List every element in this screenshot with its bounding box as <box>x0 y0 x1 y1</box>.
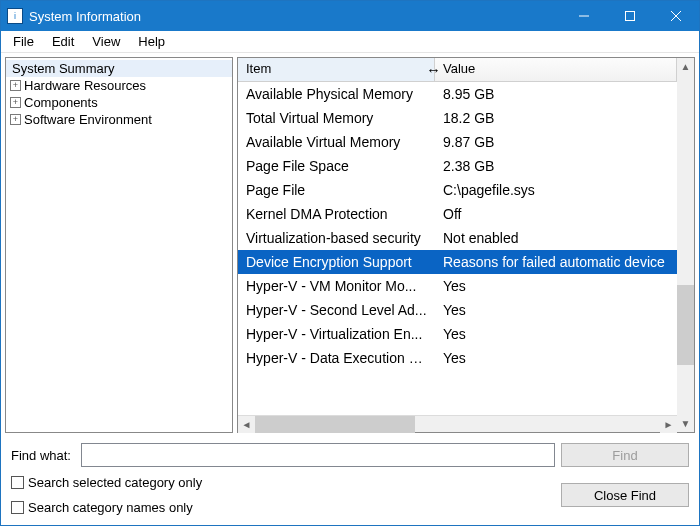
app-icon: i <box>7 8 23 24</box>
category-tree[interactable]: System Summary +Hardware Resources+Compo… <box>5 57 233 433</box>
search-selected-category-checkbox[interactable]: Search selected category only <box>11 475 549 490</box>
list-row[interactable]: Page FileC:\pagefile.sys <box>238 178 677 202</box>
cell-value: 8.95 GB <box>435 86 677 102</box>
cell-value: Off <box>435 206 677 222</box>
cell-item: Page File Space <box>238 158 435 174</box>
vertical-scrollbar[interactable]: ▲ ▼ <box>677 58 694 432</box>
tree-node[interactable]: +Software Environment <box>6 111 232 128</box>
cell-value: Not enabled <box>435 230 677 246</box>
maximize-button[interactable] <box>607 1 653 31</box>
cell-value: 9.87 GB <box>435 134 677 150</box>
cell-item: Available Physical Memory <box>238 86 435 102</box>
list-row[interactable]: Page File Space2.38 GB <box>238 154 677 178</box>
tree-node-label: Hardware Resources <box>24 78 146 93</box>
close-button[interactable] <box>653 1 699 31</box>
tree-node[interactable]: +Components <box>6 94 232 111</box>
details-pane: Item Value ↔ Available Physical Memory8.… <box>237 57 695 433</box>
expand-icon[interactable]: + <box>10 114 21 125</box>
cell-item: Available Virtual Memory <box>238 134 435 150</box>
cell-value: Yes <box>435 278 677 294</box>
rows-container: Available Physical Memory8.95 GBTotal Vi… <box>238 82 677 415</box>
hscroll-track[interactable] <box>255 416 660 433</box>
cell-value: Reasons for failed automatic device <box>435 254 677 270</box>
tree-root-system-summary[interactable]: System Summary <box>6 60 232 77</box>
checkbox-label: Search selected category only <box>28 475 202 490</box>
vscroll-track[interactable] <box>677 75 694 415</box>
expand-icon[interactable]: + <box>10 97 21 108</box>
column-header-item[interactable]: Item <box>238 58 435 82</box>
cell-value: 2.38 GB <box>435 158 677 174</box>
titlebar[interactable]: i System Information <box>1 1 699 31</box>
cell-item: Virtualization-based security <box>238 230 435 246</box>
cell-value: Yes <box>435 350 677 366</box>
list-row[interactable]: Hyper-V - Virtualization En...Yes <box>238 322 677 346</box>
content-area: System Summary +Hardware Resources+Compo… <box>1 53 699 437</box>
list-row[interactable]: Available Physical Memory8.95 GB <box>238 82 677 106</box>
cell-item: Hyper-V - Second Level Ad... <box>238 302 435 318</box>
list-row[interactable]: Hyper-V - Second Level Ad...Yes <box>238 298 677 322</box>
column-header-value[interactable]: Value <box>435 58 677 82</box>
details-list: Item Value ↔ Available Physical Memory8.… <box>238 58 677 432</box>
cell-value: Yes <box>435 302 677 318</box>
horizontal-scrollbar[interactable]: ◄ ► <box>238 415 677 432</box>
cell-item: Kernel DMA Protection <box>238 206 435 222</box>
cell-item: Device Encryption Support <box>238 254 435 270</box>
cell-item: Hyper-V - Virtualization En... <box>238 326 435 342</box>
find-label: Find what: <box>11 448 75 463</box>
tree-node-label: Components <box>24 95 98 110</box>
list-row[interactable]: Hyper-V - Data Execution P...Yes <box>238 346 677 370</box>
close-find-button[interactable]: Close Find <box>561 483 689 507</box>
vscroll-thumb[interactable] <box>677 285 694 365</box>
menu-view[interactable]: View <box>84 32 128 51</box>
menubar: File Edit View Help <box>1 31 699 53</box>
list-row[interactable]: Hyper-V - VM Monitor Mo...Yes <box>238 274 677 298</box>
list-row[interactable]: Kernel DMA ProtectionOff <box>238 202 677 226</box>
list-row[interactable]: Total Virtual Memory18.2 GB <box>238 106 677 130</box>
cell-value: 18.2 GB <box>435 110 677 126</box>
app-window: i System Information File Edit View Help… <box>0 0 700 526</box>
cell-item: Total Virtual Memory <box>238 110 435 126</box>
cell-item: Page File <box>238 182 435 198</box>
column-headers: Item Value ↔ <box>238 58 677 82</box>
list-row[interactable]: Virtualization-based securityNot enabled <box>238 226 677 250</box>
cell-item: Hyper-V - Data Execution P... <box>238 350 435 366</box>
list-row[interactable]: Device Encryption SupportReasons for fai… <box>238 250 677 274</box>
hscroll-thumb[interactable] <box>255 416 415 433</box>
cell-value: Yes <box>435 326 677 342</box>
minimize-button[interactable] <box>561 1 607 31</box>
expand-icon[interactable]: + <box>10 80 21 91</box>
list-row[interactable]: Available Virtual Memory9.87 GB <box>238 130 677 154</box>
menu-file[interactable]: File <box>5 32 42 51</box>
checkbox-icon <box>11 476 24 489</box>
checkbox-label: Search category names only <box>28 500 193 515</box>
tree-node[interactable]: +Hardware Resources <box>6 77 232 94</box>
scroll-right-button[interactable]: ► <box>660 416 677 433</box>
scroll-left-button[interactable]: ◄ <box>238 416 255 433</box>
scroll-down-button[interactable]: ▼ <box>677 415 694 432</box>
find-input[interactable] <box>81 443 555 467</box>
menu-help[interactable]: Help <box>130 32 173 51</box>
search-category-names-checkbox[interactable]: Search category names only <box>11 500 549 515</box>
svg-rect-1 <box>626 12 635 21</box>
checkbox-icon <box>11 501 24 514</box>
find-bar: Find what: Find Search selected category… <box>1 437 699 525</box>
cell-value: C:\pagefile.sys <box>435 182 677 198</box>
tree-node-label: Software Environment <box>24 112 152 127</box>
scroll-up-button[interactable]: ▲ <box>677 58 694 75</box>
cell-item: Hyper-V - VM Monitor Mo... <box>238 278 435 294</box>
menu-edit[interactable]: Edit <box>44 32 82 51</box>
find-button[interactable]: Find <box>561 443 689 467</box>
window-title: System Information <box>29 9 561 24</box>
